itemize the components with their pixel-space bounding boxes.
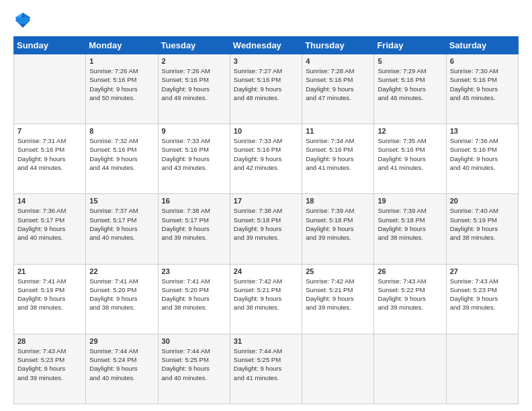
calendar-cell: 16Sunrise: 7:38 AM Sunset: 5:17 PM Dayli…	[158, 194, 230, 264]
calendar-cell: 13Sunrise: 7:36 AM Sunset: 5:16 PM Dayli…	[446, 124, 518, 194]
day-header-monday: Monday	[86, 37, 158, 54]
day-number: 17	[234, 197, 298, 205]
day-number: 10	[234, 127, 298, 135]
day-info: Sunrise: 7:26 AM Sunset: 5:16 PM Dayligh…	[162, 66, 226, 102]
day-number: 20	[450, 197, 515, 205]
svg-marker-3	[15, 17, 30, 24]
day-info: Sunrise: 7:42 AM Sunset: 5:21 PM Dayligh…	[306, 277, 370, 312]
day-info: Sunrise: 7:38 AM Sunset: 5:17 PM Dayligh…	[162, 206, 226, 242]
day-number: 7	[17, 127, 82, 135]
day-number: 29	[89, 337, 154, 345]
calendar-cell: 18Sunrise: 7:39 AM Sunset: 5:18 PM Dayli…	[302, 194, 374, 264]
day-info: Sunrise: 7:44 AM Sunset: 5:25 PM Dayligh…	[162, 347, 226, 382]
day-info: Sunrise: 7:37 AM Sunset: 5:17 PM Dayligh…	[89, 206, 154, 242]
calendar-cell: 8Sunrise: 7:32 AM Sunset: 5:16 PM Daylig…	[86, 124, 158, 194]
day-number: 8	[89, 127, 154, 135]
day-info: Sunrise: 7:33 AM Sunset: 5:16 PM Dayligh…	[162, 136, 226, 172]
day-number: 26	[378, 267, 442, 275]
calendar-cell	[446, 334, 518, 404]
day-info: Sunrise: 7:31 AM Sunset: 5:16 PM Dayligh…	[17, 136, 82, 172]
day-info: Sunrise: 7:41 AM Sunset: 5:20 PM Dayligh…	[89, 277, 154, 312]
day-number: 28	[17, 337, 82, 345]
day-number: 16	[162, 197, 226, 205]
day-info: Sunrise: 7:36 AM Sunset: 5:17 PM Dayligh…	[17, 206, 82, 242]
calendar: SundayMondayTuesdayWednesdayThursdayFrid…	[13, 36, 519, 404]
day-header-sunday: Sunday	[14, 37, 86, 54]
day-header-thursday: Thursday	[302, 37, 374, 54]
day-number: 5	[378, 57, 442, 65]
day-info: Sunrise: 7:44 AM Sunset: 5:24 PM Dayligh…	[89, 347, 154, 382]
calendar-cell: 20Sunrise: 7:40 AM Sunset: 5:19 PM Dayli…	[446, 194, 518, 264]
calendar-cell	[302, 334, 374, 404]
day-info: Sunrise: 7:40 AM Sunset: 5:19 PM Dayligh…	[450, 206, 515, 242]
day-number: 11	[306, 127, 370, 135]
day-number: 14	[17, 197, 82, 205]
day-info: Sunrise: 7:41 AM Sunset: 5:20 PM Dayligh…	[162, 277, 226, 312]
day-info: Sunrise: 7:43 AM Sunset: 5:23 PM Dayligh…	[17, 347, 82, 382]
day-info: Sunrise: 7:39 AM Sunset: 5:18 PM Dayligh…	[378, 206, 442, 242]
calendar-cell	[374, 334, 446, 404]
day-number: 27	[450, 267, 515, 275]
day-number: 9	[162, 127, 226, 135]
calendar-cell: 14Sunrise: 7:36 AM Sunset: 5:17 PM Dayli…	[14, 194, 86, 264]
day-header-wednesday: Wednesday	[230, 37, 302, 54]
day-info: Sunrise: 7:35 AM Sunset: 5:16 PM Dayligh…	[378, 136, 442, 172]
calendar-cell: 25Sunrise: 7:42 AM Sunset: 5:21 PM Dayli…	[302, 264, 374, 334]
day-number: 31	[234, 337, 298, 345]
calendar-cell: 3Sunrise: 7:27 AM Sunset: 5:16 PM Daylig…	[230, 54, 302, 124]
day-info: Sunrise: 7:30 AM Sunset: 5:16 PM Dayligh…	[450, 66, 515, 102]
week-row: 28Sunrise: 7:43 AM Sunset: 5:23 PM Dayli…	[14, 334, 519, 404]
week-row: 21Sunrise: 7:41 AM Sunset: 5:19 PM Dayli…	[14, 264, 519, 334]
calendar-cell: 31Sunrise: 7:44 AM Sunset: 5:25 PM Dayli…	[230, 334, 302, 404]
page: SundayMondayTuesdayWednesdayThursdayFrid…	[0, 0, 532, 411]
calendar-cell: 17Sunrise: 7:38 AM Sunset: 5:18 PM Dayli…	[230, 194, 302, 264]
day-number: 30	[162, 337, 226, 345]
calendar-cell: 7Sunrise: 7:31 AM Sunset: 5:16 PM Daylig…	[14, 124, 86, 194]
calendar-cell: 10Sunrise: 7:33 AM Sunset: 5:16 PM Dayli…	[230, 124, 302, 194]
day-number: 4	[306, 57, 370, 65]
day-number: 1	[89, 57, 154, 65]
calendar-cell: 23Sunrise: 7:41 AM Sunset: 5:20 PM Dayli…	[158, 264, 230, 334]
day-number: 24	[234, 267, 298, 275]
day-header-saturday: Saturday	[446, 37, 518, 54]
calendar-cell: 15Sunrise: 7:37 AM Sunset: 5:17 PM Dayli…	[86, 194, 158, 264]
day-number: 19	[378, 197, 442, 205]
day-info: Sunrise: 7:34 AM Sunset: 5:16 PM Dayligh…	[306, 136, 370, 172]
calendar-cell: 28Sunrise: 7:43 AM Sunset: 5:23 PM Dayli…	[14, 334, 86, 404]
calendar-cell: 19Sunrise: 7:39 AM Sunset: 5:18 PM Dayli…	[374, 194, 446, 264]
header-row: SundayMondayTuesdayWednesdayThursdayFrid…	[14, 37, 519, 54]
day-number: 18	[306, 197, 370, 205]
calendar-cell: 9Sunrise: 7:33 AM Sunset: 5:16 PM Daylig…	[158, 124, 230, 194]
header	[13, 11, 519, 30]
calendar-cell: 1Sunrise: 7:26 AM Sunset: 5:16 PM Daylig…	[86, 54, 158, 124]
calendar-cell: 26Sunrise: 7:43 AM Sunset: 5:22 PM Dayli…	[374, 264, 446, 334]
day-number: 3	[234, 57, 298, 65]
calendar-cell: 29Sunrise: 7:44 AM Sunset: 5:24 PM Dayli…	[86, 334, 158, 404]
day-number: 15	[89, 197, 154, 205]
calendar-cell: 30Sunrise: 7:44 AM Sunset: 5:25 PM Dayli…	[158, 334, 230, 404]
day-info: Sunrise: 7:39 AM Sunset: 5:18 PM Dayligh…	[306, 206, 370, 242]
day-info: Sunrise: 7:27 AM Sunset: 5:16 PM Dayligh…	[234, 66, 298, 102]
logo-icon	[13, 11, 32, 30]
day-number: 21	[17, 267, 82, 275]
calendar-cell: 4Sunrise: 7:28 AM Sunset: 5:16 PM Daylig…	[302, 54, 374, 124]
day-number: 2	[162, 57, 226, 65]
day-info: Sunrise: 7:26 AM Sunset: 5:16 PM Dayligh…	[89, 66, 154, 102]
day-info: Sunrise: 7:44 AM Sunset: 5:25 PM Dayligh…	[234, 347, 298, 382]
week-row: 14Sunrise: 7:36 AM Sunset: 5:17 PM Dayli…	[14, 194, 519, 264]
day-number: 12	[378, 127, 442, 135]
day-header-friday: Friday	[374, 37, 446, 54]
week-row: 1Sunrise: 7:26 AM Sunset: 5:16 PM Daylig…	[14, 54, 519, 124]
day-info: Sunrise: 7:32 AM Sunset: 5:16 PM Dayligh…	[89, 136, 154, 172]
day-info: Sunrise: 7:41 AM Sunset: 5:19 PM Dayligh…	[17, 277, 82, 312]
day-number: 25	[306, 267, 370, 275]
day-info: Sunrise: 7:28 AM Sunset: 5:16 PM Dayligh…	[306, 66, 370, 102]
logo	[13, 11, 35, 30]
day-info: Sunrise: 7:29 AM Sunset: 5:16 PM Dayligh…	[378, 66, 442, 102]
day-info: Sunrise: 7:33 AM Sunset: 5:16 PM Dayligh…	[234, 136, 298, 172]
day-info: Sunrise: 7:43 AM Sunset: 5:23 PM Dayligh…	[450, 277, 515, 312]
calendar-cell: 21Sunrise: 7:41 AM Sunset: 5:19 PM Dayli…	[14, 264, 86, 334]
calendar-cell: 5Sunrise: 7:29 AM Sunset: 5:16 PM Daylig…	[374, 54, 446, 124]
day-number: 22	[89, 267, 154, 275]
day-info: Sunrise: 7:38 AM Sunset: 5:18 PM Dayligh…	[234, 206, 298, 242]
